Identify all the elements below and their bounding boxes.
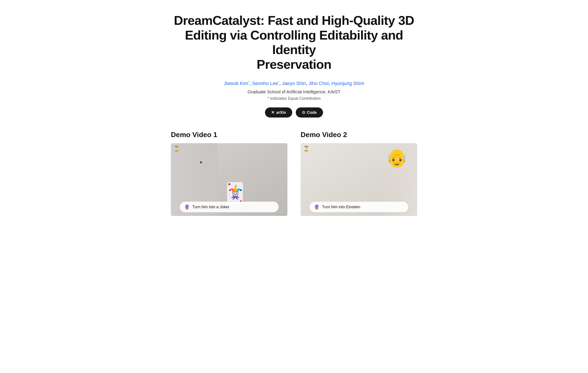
dark-square bbox=[200, 161, 202, 163]
demo-2-video[interactable]: 👴 ⏳ 🔮 Turn him into Einstein bbox=[301, 143, 417, 216]
equal-contribution-note: * Indiciates Equal Contribution bbox=[171, 96, 417, 101]
author-seonho[interactable]: Seonho Lee* bbox=[252, 81, 279, 86]
action-buttons: ✕ arXiv ⊙ Code bbox=[171, 107, 417, 118]
title-line-1: DreamCatalyst: Fast and High-Quality 3D bbox=[174, 13, 414, 28]
demo-2-caption: Turn him into Einstein bbox=[322, 205, 360, 209]
page-container: DreamCatalyst: Fast and High-Quality 3D … bbox=[162, 0, 426, 233]
demo-1-title: Demo Video 1 bbox=[171, 131, 287, 139]
demo1-caption-icon: 🔮 bbox=[184, 204, 190, 210]
demo-1-video[interactable]: 🃏 ⏳ 🔮 Turn him into a Joker bbox=[171, 143, 287, 216]
arxiv-label: arXiv bbox=[276, 110, 286, 115]
demo2-timer-icon: ⏳ bbox=[303, 146, 309, 151]
demo-2-title: Demo Video 2 bbox=[301, 131, 417, 139]
code-button[interactable]: ⊙ Code bbox=[296, 107, 323, 118]
demo-1-caption-bar: 🔮 Turn him into a Joker bbox=[180, 202, 279, 212]
header-section: DreamCatalyst: Fast and High-Quality 3D … bbox=[171, 13, 417, 118]
demo-video-1-block: Demo Video 1 🃏 ⏳ 🔮 Turn him into a Joker bbox=[171, 131, 287, 216]
title-line-3: Preservation bbox=[257, 57, 331, 71]
author-hyunjung[interactable]: Hyunjung Shim bbox=[331, 81, 364, 86]
demo-1-caption: Turn him into a Joker bbox=[192, 205, 229, 209]
demo2-caption-icon: 🔮 bbox=[314, 204, 319, 210]
author-jiwook[interactable]: Jiwook Kim* bbox=[224, 81, 249, 86]
affiliation-text: Graduate School of Artificial Intelligen… bbox=[171, 89, 417, 94]
joker-area: 🃏 bbox=[223, 183, 247, 203]
title-line-2: Editing via Controlling Editability and … bbox=[185, 28, 403, 57]
github-icon: ⊙ bbox=[302, 110, 305, 115]
arxiv-button[interactable]: ✕ arXiv bbox=[265, 107, 292, 118]
page-title: DreamCatalyst: Fast and High-Quality 3D … bbox=[171, 13, 417, 72]
demo1-timer-icon: ⏳ bbox=[174, 146, 179, 151]
author-jiho[interactable]: Jiho Choi bbox=[308, 81, 329, 86]
demos-section: Demo Video 1 🃏 ⏳ 🔮 Turn him into a Joker bbox=[171, 131, 417, 216]
author-jaeyo[interactable]: Jaeyo Shin bbox=[282, 81, 306, 86]
code-label: Code bbox=[307, 110, 317, 115]
demo-video-2-block: Demo Video 2 👴 ⏳ 🔮 Turn him into Einstei… bbox=[301, 131, 417, 216]
demo-2-caption-bar: 🔮 Turn him into Einstein bbox=[309, 202, 409, 212]
arxiv-icon: ✕ bbox=[271, 110, 274, 115]
authors-list: Jiwook Kim*, Seonho Lee*, Jaeyo Shin, Ji… bbox=[171, 81, 417, 86]
joker-emoji: 🃏 bbox=[223, 183, 247, 203]
einstein-emoji: 👴 bbox=[386, 149, 408, 167]
